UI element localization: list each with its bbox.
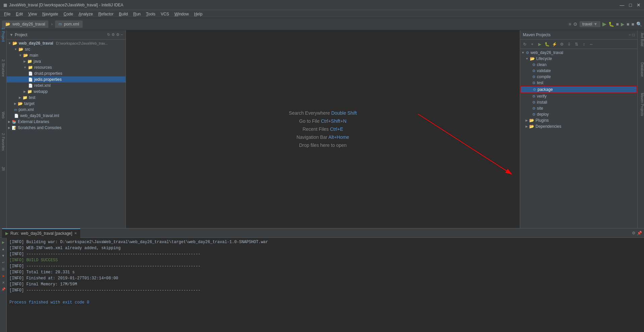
maven-test[interactable]: ⚙ test [520,80,637,86]
debug-button[interactable]: 🐛 [608,21,614,27]
maven-verify[interactable]: ⚙ verify [520,93,637,99]
tree-iml[interactable]: 📄 web_day26_traval.iml [7,113,126,119]
run-config-dropdown[interactable]: travel ▼ [580,21,600,27]
maven-expand-all-icon[interactable]: ↕ [581,41,587,48]
scroll-up-icon[interactable]: ▲ [0,246,6,252]
druid-label: druid.properties [34,71,62,76]
run-tab-close-button[interactable]: ✕ [74,229,77,238]
wrap-icon[interactable]: ↵ [0,259,6,265]
left-icon-favorites[interactable]: 2: Favorites [0,139,6,145]
bottom-panel: ▶ Run: web_day26_traval [package] ✕ ⚙ 📌 … [0,228,644,332]
maven-lifecycle[interactable]: ▼ 📂 Lifecycle [520,56,637,62]
toolbar-icon-3[interactable]: ■ [616,21,619,27]
console-line-5: [INFO] ---------------------------------… [9,263,641,269]
right-edge-ant[interactable]: Ant Build [638,32,644,48]
sync-icon[interactable]: ↻ [107,33,110,37]
toolbar-icon-6[interactable]: ■ [632,21,634,27]
stop-icon[interactable]: ■ [0,273,6,279]
tree-main[interactable]: ▼ 📂 main [7,52,126,58]
maven-plugins[interactable]: ▶ 📂 Plugins [520,117,637,123]
bottom-settings-icon[interactable]: ⚙ [632,231,636,235]
scroll-down-icon[interactable]: ▼ [0,253,6,259]
maven-debug-icon[interactable]: 🐛 [544,41,550,48]
maximize-button[interactable]: □ [629,2,632,8]
toolbar-icon-1[interactable]: ≡ [568,21,571,27]
toolbar-icon-5[interactable]: ■ [627,21,629,27]
search-everywhere-button[interactable]: 🔍 [636,21,642,27]
maven-add-icon[interactable]: + [529,41,536,48]
minimize-button[interactable]: — [620,2,625,8]
test-label: test [29,95,35,100]
toolbar-icon-4[interactable]: ▶ [621,21,625,27]
maven-download-icon[interactable]: ⇩ [566,41,572,48]
tree-webapp[interactable]: ▶ 📁 webapp [7,89,126,95]
package-icon: ⚙ [533,88,536,92]
maven-package[interactable]: ⚙ package [520,86,637,93]
menu-view[interactable]: View [26,10,40,18]
maven-validate[interactable]: ⚙ validate [520,68,637,74]
maven-refresh-icon[interactable]: ↻ [521,41,528,48]
tree-target[interactable]: ▶ 📂 target [7,101,126,107]
tree-pom[interactable]: m pom.xml [7,107,126,113]
toolbar-icon-2[interactable]: ⚙ [573,21,578,27]
maven-expand-icon[interactable]: □ [632,33,635,37]
tree-src[interactable]: ▼ 📂 src [7,46,126,52]
right-edge-database[interactable]: Database [638,61,644,78]
maven-lifecycle-icon[interactable]: ⚙ [558,41,565,48]
close-console-icon[interactable]: ✕ [0,279,6,285]
menu-code[interactable]: Code [61,10,76,18]
tree-resources[interactable]: ▼ 📁 resources [7,64,126,70]
left-icon-jrebel[interactable]: JR [0,166,6,172]
menu-edit[interactable]: Edit [13,10,26,18]
tree-scratches[interactable]: ▶ 📝 Scratches and Consoles [7,125,126,131]
maven-clean[interactable]: ⚙ clean [520,62,637,68]
menu-tools[interactable]: Tools [143,10,158,18]
right-edge-maven[interactable]: Maven Projects [638,92,644,117]
run-button[interactable]: ▶ [602,21,606,27]
pin-icon[interactable]: 📌 [0,286,6,292]
tree-ext-libs[interactable]: ▶ 📚 External Libraries [7,119,126,125]
maven-sort-icon[interactable]: ⇅ [573,41,580,48]
run-button-console[interactable]: ▶ [0,239,6,245]
diff-icon[interactable]: ☰ [0,266,6,272]
file-tab[interactable]: m pom.xml [55,20,82,28]
maven-panel-toolbar: ↻ + ▶ 🐛 ⚡ ⚙ ⇩ ⇅ ↕ ↔ [520,40,637,49]
maven-dependencies[interactable]: ▶ 📂 Dependencies [520,123,637,129]
tree-root[interactable]: ▼ 📂 web_day26_traval D:\workspace2\JavaW… [7,40,126,46]
menu-file[interactable]: File [1,10,13,18]
left-icon-project[interactable]: 1: Project [0,32,6,38]
tree-java[interactable]: ▶ 📁 java [7,58,126,64]
close-button[interactable]: ✕ [637,2,641,8]
file-tab-icon: m [58,22,62,26]
menu-refactor[interactable]: Refactor [96,10,116,18]
maven-run-icon[interactable]: ▶ [536,41,543,48]
toolbar: 📂 web_day26_traval › m pom.xml ≡ ⚙ trave… [0,18,644,30]
bottom-tab-run[interactable]: ▶ Run: web_day26_traval [package] ✕ [2,228,80,238]
left-icon-web[interactable]: Web [0,112,6,118]
tree-jedis[interactable]: 📄 jedis.properties [7,76,126,82]
maven-root[interactable]: ▼ ⚙ web_day26_traval [520,50,637,56]
maven-collapse-icon[interactable]: − [629,33,631,37]
menu-help[interactable]: Help [191,10,205,18]
menu-window[interactable]: Window [172,10,191,18]
tree-druid[interactable]: 📄 druid.properties [7,70,126,76]
menu-analyze[interactable]: Analyze [76,10,96,18]
tree-test[interactable]: ▶ 📁 test [7,95,126,101]
maven-collapse-all-icon[interactable]: ↔ [588,41,595,48]
maven-compile[interactable]: ⚙ compile [520,74,637,80]
project-tab[interactable]: 📂 web_day26_traval [2,20,48,28]
menu-run[interactable]: Run [131,10,143,18]
left-icon-structure[interactable]: 2: Structure [0,65,6,71]
menu-navigate[interactable]: Navigate [40,10,61,18]
hide-icon[interactable]: − [121,33,123,37]
tree-rebel[interactable]: 📄 rebel.xml [7,82,126,89]
menu-vcs[interactable]: VCS [158,10,172,18]
maven-deploy[interactable]: ⚙ deploy [520,111,637,117]
bottom-pin-icon[interactable]: 📌 [637,231,642,235]
maven-site[interactable]: ⚙ site [520,105,637,111]
maven-install[interactable]: ⚙ install [520,99,637,105]
gear-panel-icon[interactable]: ⚙ [111,33,115,37]
menu-build[interactable]: Build [116,10,131,18]
maven-skip-icon[interactable]: ⚡ [551,41,558,48]
settings-icon[interactable]: ⚙ [116,33,120,37]
